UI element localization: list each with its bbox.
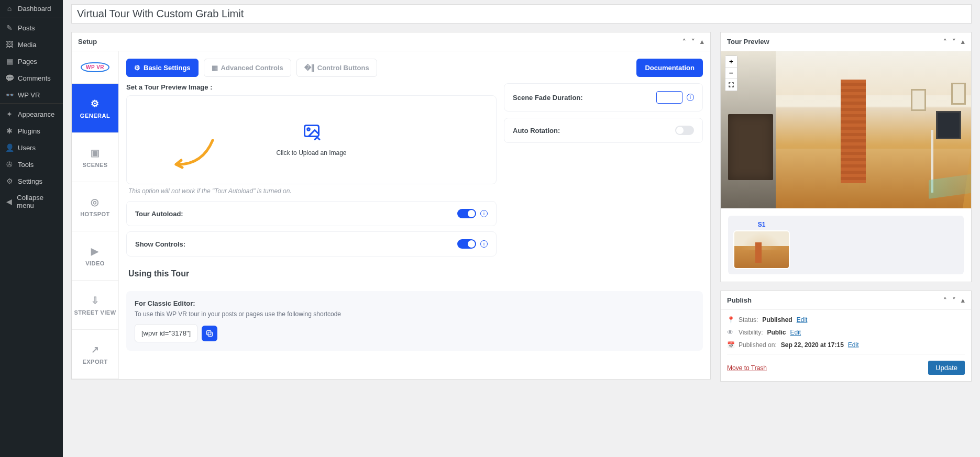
sidebar-item-plugins[interactable]: ✱Plugins: [0, 122, 63, 139]
panel-toggle-icon[interactable]: ▴: [961, 38, 965, 46]
edit-status-link[interactable]: Edit: [797, 316, 808, 324]
using-tour-heading: Using this Tour: [126, 263, 703, 285]
wpvr-icon: 👓: [5, 91, 14, 99]
panel-up-icon[interactable]: ˄: [682, 38, 686, 46]
tools-icon: ✇: [5, 160, 14, 169]
zoom-out-button[interactable]: −: [725, 68, 737, 79]
copy-shortcode-button[interactable]: [202, 326, 217, 341]
sidebar-item-pages[interactable]: ▤Pages: [0, 53, 63, 70]
media-icon: 🖾: [5, 40, 14, 49]
fullscreen-button[interactable]: [725, 79, 737, 91]
published-on-row: 📅 Published on: Sep 22, 2020 at 17:15 Ed…: [727, 341, 965, 349]
thumb-image: [733, 230, 790, 269]
vtab-label: HOTSPOT: [80, 211, 110, 217]
post-title-input[interactable]: Virtual Tour With Custom Grab Limit: [71, 4, 972, 24]
sidebar-item-comments[interactable]: 💬Comments: [0, 70, 63, 86]
tour-preview-panel: Tour Preview ˄ ˅ ▴ +: [720, 32, 972, 282]
info-icon[interactable]: i: [480, 210, 488, 217]
sidebar-item-settings[interactable]: ⚙Settings: [0, 173, 63, 190]
svg-rect-3: [207, 330, 211, 335]
sidebar-item-label: Users: [18, 144, 36, 152]
info-icon[interactable]: i: [687, 94, 694, 101]
visibility-key: Visibility:: [739, 329, 763, 336]
classic-editor-label: For Classic Editor:: [135, 299, 695, 307]
pin-icon: 📍: [727, 316, 734, 324]
thumb-label: S1: [733, 221, 790, 228]
panel-toggle-icon[interactable]: ▴: [700, 38, 704, 46]
move-to-trash-link[interactable]: Move to Trash: [727, 364, 767, 372]
vtab-streetview[interactable]: ⇩STREET VIEW: [72, 281, 118, 330]
tab-basic-settings[interactable]: ⚙Basic Settings: [126, 59, 199, 77]
fade-label: Scene Fade Duration:: [513, 94, 583, 102]
autoload-label: Tour Autoload:: [135, 210, 183, 218]
visibility-row: 👁 Visibility: Public Edit: [727, 329, 965, 336]
scene-thumbnails: S1: [721, 208, 971, 282]
vtab-general[interactable]: ⚙GENERAL: [72, 84, 118, 133]
vtab-label: GENERAL: [80, 113, 110, 119]
status-row: 📍 Status: Published Edit: [727, 316, 965, 324]
sidebar-item-dashboard[interactable]: ⌂Dashboard: [0, 0, 63, 17]
edit-visibility-link[interactable]: Edit: [790, 329, 801, 336]
fade-duration-input[interactable]: [656, 91, 682, 104]
panel-controls: ˄ ˅ ▴: [682, 38, 704, 46]
vtab-hotspot[interactable]: ◎HOTSPOT: [72, 182, 118, 231]
posts-icon: ✎: [5, 24, 14, 32]
sidebar-item-tools[interactable]: ✇Tools: [0, 156, 63, 173]
publish-panel: Publish ˄ ˅ ▴ 📍 Status: Published Edit: [720, 291, 972, 382]
sidebar-item-appearance[interactable]: ✦Appearance: [0, 106, 63, 122]
setup-panel: Setup ˄ ˅ ▴ WP VR ⚙GENERAL ▣SCENES ◎HOTS…: [71, 32, 711, 380]
sidebar-item-users[interactable]: 👤Users: [0, 139, 63, 156]
autoload-toggle[interactable]: [457, 209, 476, 218]
panorama-controls: + −: [725, 55, 737, 91]
panel-toggle-icon[interactable]: ▴: [961, 296, 965, 304]
tab-advanced-controls[interactable]: ▦Advanced Controls: [204, 59, 291, 77]
sidebar-item-label: Comments: [18, 74, 51, 82]
upload-hint: This option will not work if the "Tour A…: [126, 187, 497, 195]
comments-icon: 💬: [5, 74, 14, 82]
update-button[interactable]: Update: [928, 361, 965, 375]
showcontrols-toggle[interactable]: [457, 239, 476, 249]
vtab-label: SCENES: [82, 162, 107, 168]
panel-title: Setup: [78, 38, 97, 46]
vtab-export[interactable]: ↗EXPORT: [72, 330, 118, 379]
shortcode-card: For Classic Editor: To use this WP VR to…: [126, 291, 703, 351]
vtab-label: VIDEO: [85, 260, 105, 266]
panel-up-icon[interactable]: ˄: [943, 296, 947, 304]
documentation-button[interactable]: Documentation: [636, 59, 703, 77]
auto-rotation-card: Auto Rotation:: [504, 118, 703, 143]
wpvr-logo: WP VR: [72, 51, 118, 84]
edit-date-link[interactable]: Edit: [848, 341, 859, 349]
zoom-in-button[interactable]: +: [725, 56, 737, 68]
sidebar-item-collapse[interactable]: ◀Collapse menu: [0, 190, 63, 214]
tab-control-buttons[interactable]: �ǁControl Buttons: [296, 59, 377, 77]
gear-icon: ⚙: [134, 64, 140, 72]
vtab-scenes[interactable]: ▣SCENES: [72, 133, 118, 182]
sidebar-item-label: Collapse menu: [17, 194, 58, 209]
sidebar-item-wpvr[interactable]: 👓WP VR: [0, 86, 63, 103]
svg-point-1: [307, 128, 310, 131]
sidebar-item-label: Pages: [18, 58, 37, 65]
panel-down-icon[interactable]: ˅: [691, 38, 695, 46]
upload-image-box[interactable]: Click to Upload an Image: [126, 95, 497, 184]
vtab-video[interactable]: ▶VIDEO: [72, 231, 118, 281]
tab-label: Advanced Controls: [221, 64, 283, 72]
main-content: Virtual Tour With Custom Grab Limit Setu…: [63, 0, 980, 457]
panel-up-icon[interactable]: ˄: [943, 38, 947, 46]
rotation-toggle[interactable]: [675, 126, 694, 135]
published-key: Published on:: [739, 341, 777, 349]
info-icon[interactable]: i: [480, 240, 488, 248]
export-icon: ↗: [91, 344, 100, 355]
scene-thumbnail[interactable]: S1: [733, 221, 790, 269]
visibility-value: Public: [767, 329, 786, 336]
panel-down-icon[interactable]: ˅: [952, 296, 956, 304]
status-value: Published: [762, 316, 792, 324]
shortcode-text[interactable]: [wpvr id="3178"]: [135, 324, 197, 342]
panorama-viewer[interactable]: + −: [721, 51, 971, 208]
panel-title: Publish: [727, 296, 752, 304]
vtab-label: STREET VIEW: [74, 309, 116, 316]
vtab-label: EXPORT: [82, 359, 107, 365]
published-value: Sep 22, 2020 at 17:15: [781, 341, 844, 349]
panel-down-icon[interactable]: ˅: [952, 38, 956, 46]
sidebar-item-media[interactable]: 🖾Media: [0, 36, 63, 53]
sidebar-item-posts[interactable]: ✎Posts: [0, 19, 63, 36]
